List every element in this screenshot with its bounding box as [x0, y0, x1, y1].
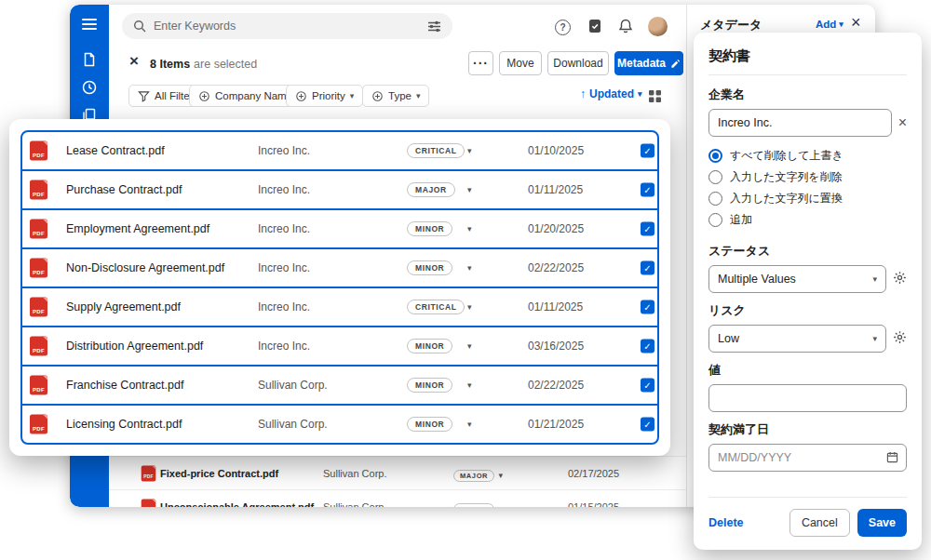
cancel-button[interactable]: Cancel: [789, 509, 850, 537]
priority-badge[interactable]: MAJOR: [453, 503, 494, 508]
filter-type[interactable]: Type▾: [362, 85, 429, 107]
file-name[interactable]: Unconscionable Agreement.pdf: [160, 501, 314, 508]
selected-files-overlay: PDF Lease Contract.pdf Increo Inc. CRITI…: [9, 119, 670, 456]
file-name[interactable]: Franchise Contract.pdf: [66, 379, 183, 392]
grid-view-icon[interactable]: [649, 89, 661, 106]
chevron-down-icon: ▾: [499, 504, 504, 508]
filter-settings-icon[interactable]: [427, 20, 441, 33]
save-button[interactable]: Save: [857, 509, 907, 537]
file-name[interactable]: Supply Agreement.pdf: [66, 300, 181, 313]
priority-badge[interactable]: MINOR: [407, 260, 452, 275]
chevron-down-icon[interactable]: ▾: [467, 380, 472, 390]
divider: [708, 74, 907, 75]
help-icon[interactable]: ?: [555, 20, 571, 35]
notifications-bell-icon[interactable]: [617, 18, 634, 38]
check-icon: ✓: [643, 302, 651, 313]
gear-icon[interactable]: [893, 330, 907, 348]
recents-icon[interactable]: [81, 79, 98, 100]
table-row[interactable]: PDF Supply Agreement.pdf Increo Inc. CRI…: [22, 288, 657, 327]
chevron-down-icon[interactable]: ▾: [467, 302, 472, 312]
priority-badge[interactable]: MAJOR: [407, 182, 455, 197]
clear-selection-icon[interactable]: ×: [129, 53, 139, 69]
sort-updated-button[interactable]: ↑ Updated ▾: [580, 87, 642, 100]
priority-badge[interactable]: MINOR: [407, 221, 452, 236]
chevron-down-icon[interactable]: ▾: [467, 146, 472, 155]
priority-badge[interactable]: CRITICAL: [407, 300, 465, 314]
move-button[interactable]: Move: [499, 51, 542, 75]
row-checkbox[interactable]: ✓: [641, 340, 654, 353]
row-checkbox[interactable]: ✓: [641, 183, 654, 197]
chevron-down-icon[interactable]: ▾: [467, 420, 472, 429]
file-name[interactable]: Employment Agreement.pdf: [66, 222, 209, 235]
search-icon: [133, 20, 146, 33]
value-input[interactable]: [708, 384, 907, 412]
more-actions-button[interactable]: ···: [468, 51, 493, 75]
row-checkbox[interactable]: ✓: [641, 300, 654, 314]
avatar[interactable]: [648, 17, 668, 36]
file-name[interactable]: Distribution Agreement.pdf: [66, 340, 203, 353]
radio-icon: [708, 213, 722, 227]
metadata-button[interactable]: Metadata: [614, 51, 683, 75]
priority-badge[interactable]: MINOR: [407, 339, 452, 353]
risk-select[interactable]: Low ▾: [708, 325, 886, 353]
date-cell: 01/11/2025: [528, 300, 583, 313]
table-row[interactable]: PDF Employment Agreement.pdf Increo Inc.…: [22, 210, 657, 249]
add-circle-icon: [198, 90, 210, 102]
row-checkbox[interactable]: ✓: [641, 144, 654, 158]
row-checkbox[interactable]: ✓: [641, 261, 654, 275]
file-name[interactable]: Purchase Contract.pdf: [66, 183, 182, 196]
table-row[interactable]: PDF Unconscionable Agreement.pdf Sulliva…: [109, 489, 705, 507]
delete-button[interactable]: Delete: [708, 516, 744, 529]
table-row[interactable]: PDF Purchase Contract.pdf Increo Inc. MA…: [22, 171, 657, 210]
table-row[interactable]: PDF Distribution Agreement.pdf Increo In…: [22, 327, 657, 367]
chevron-down-icon[interactable]: ▾: [467, 341, 472, 351]
radio-delete-text[interactable]: 入力した文字列を削除: [708, 169, 907, 185]
row-checkbox[interactable]: ✓: [641, 379, 654, 393]
status-select[interactable]: Multiple Values ▾: [708, 265, 886, 293]
table-row[interactable]: PDF Non-Disclosure Agreement.pdf Increo …: [22, 249, 657, 288]
add-metadata-button[interactable]: Add▾: [816, 19, 843, 30]
pdf-file-icon: PDF: [30, 141, 47, 161]
file-name[interactable]: Non-Disclosure Agreement.pdf: [66, 261, 224, 274]
radio-append[interactable]: 追加: [708, 212, 907, 228]
search-input[interactable]: [154, 20, 420, 33]
chevron-down-icon: ▾: [416, 91, 421, 100]
priority-badge[interactable]: MAJOR: [453, 470, 494, 482]
table-row[interactable]: PDF Lease Contract.pdf Increo Inc. CRITI…: [22, 132, 657, 171]
priority-badge[interactable]: MINOR: [407, 417, 452, 432]
radio-replace-text[interactable]: 入力した文字列に置換: [708, 191, 907, 207]
file-name[interactable]: Fixed-price Contract.pdf: [160, 468, 278, 479]
filter-priority[interactable]: Priority▾: [286, 85, 363, 107]
file-name[interactable]: Lease Contract.pdf: [66, 144, 165, 157]
clear-field-icon[interactable]: ×: [898, 115, 907, 130]
edit-pencil-icon: [670, 59, 681, 69]
download-button[interactable]: Download: [547, 51, 609, 75]
close-panel-icon[interactable]: ×: [851, 13, 861, 33]
chevron-down-icon[interactable]: ▾: [467, 185, 472, 194]
tasks-icon[interactable]: [587, 18, 603, 38]
priority-badge[interactable]: MINOR: [407, 378, 452, 393]
table-row[interactable]: PDF Fixed-price Contract.pdf Sullivan Co…: [109, 456, 705, 489]
company-cell: Increo Inc.: [258, 222, 310, 235]
row-checkbox[interactable]: ✓: [641, 418, 654, 432]
calendar-icon[interactable]: [886, 451, 898, 463]
chevron-down-icon[interactable]: ▾: [467, 263, 472, 273]
company-cell: Increo Inc.: [258, 340, 310, 353]
radio-overwrite-all[interactable]: すべて削除して上書き: [708, 148, 907, 164]
company-name-input[interactable]: [708, 109, 892, 137]
company-cell: Increo Inc.: [258, 300, 310, 313]
table-row[interactable]: PDF Licensing Contract.pdf Sullivan Corp…: [22, 406, 657, 443]
metadata-edit-card: 契約書 企業名 × すべて削除して上書き 入力した文字列を削除 入力した文字列に…: [694, 33, 922, 550]
company-cell: Sullivan Corp.: [258, 379, 328, 392]
expiry-date-input[interactable]: [708, 444, 907, 472]
table-row[interactable]: PDF Franchise Contract.pdf Sullivan Corp…: [22, 367, 657, 406]
priority-badge[interactable]: CRITICAL: [407, 143, 465, 158]
chevron-down-icon[interactable]: ▾: [467, 224, 472, 233]
files-icon[interactable]: [81, 51, 98, 72]
menu-icon[interactable]: [82, 19, 97, 33]
file-name[interactable]: Licensing Contract.pdf: [66, 418, 182, 431]
check-icon: ✓: [643, 224, 651, 234]
gear-icon[interactable]: [893, 271, 907, 288]
row-checkbox[interactable]: ✓: [641, 222, 654, 236]
check-icon: ✓: [643, 185, 651, 195]
